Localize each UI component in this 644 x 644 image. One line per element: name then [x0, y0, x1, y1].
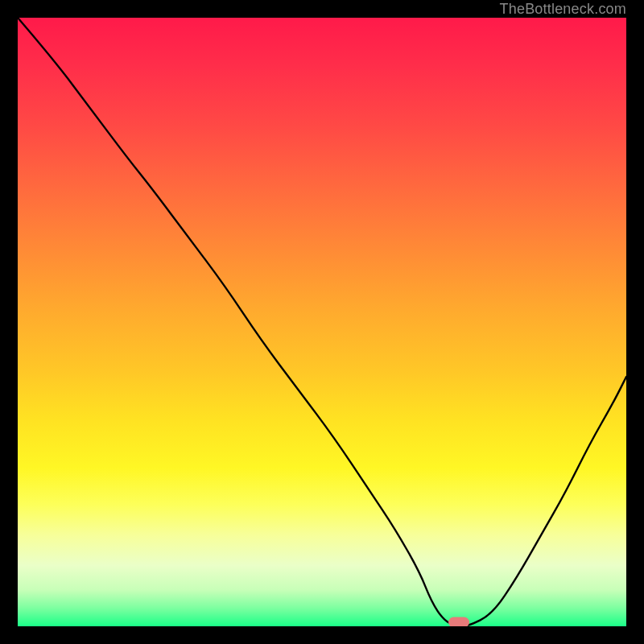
optimal-marker — [448, 617, 469, 627]
watermark-text: TheBottleneck.com — [500, 0, 626, 18]
bottleneck-curve — [18, 18, 626, 626]
chart-frame: TheBottleneck.com — [0, 0, 644, 644]
plot-area — [18, 18, 626, 626]
